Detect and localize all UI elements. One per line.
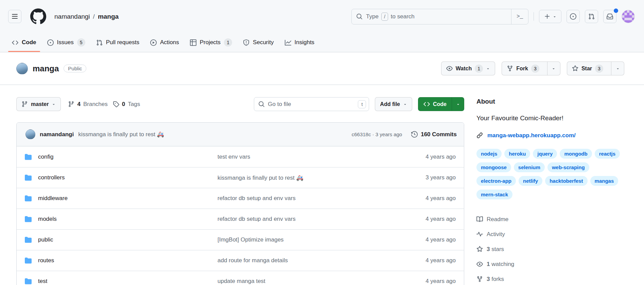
commit-author-link[interactable]: namandangi [40,131,74,138]
global-search-input[interactable]: Type / to search >_ [351,9,528,24]
inbox-icon [607,13,613,20]
topic-tag[interactable]: web-scraping [547,162,589,172]
tab-security[interactable]: Security [239,33,277,52]
file-name-link[interactable]: test [38,278,47,285]
topic-tag[interactable]: mangas [590,176,619,186]
main-content: master 4Branches 0Tags t Add file [0,85,644,285]
code-icon [423,101,430,107]
code-button[interactable]: Code [418,97,464,111]
hamburger-menu-button[interactable] [8,10,21,23]
pull-requests-header-button[interactable] [585,10,598,23]
file-commit-message-link[interactable]: test env vars [217,154,391,160]
fork-dropdown-button[interactable] [547,62,560,75]
file-commit-message-link[interactable]: [ImgBot] Optimize images [217,236,391,243]
command-palette-button[interactable]: >_ [511,9,528,24]
file-row: models refactor db setup and env vars 4 … [17,209,464,229]
topic-tag[interactable]: mongodb [560,149,592,159]
file-commit-message-link[interactable]: kissmanga is finally put to rest 🚑 [217,174,391,181]
breadcrumb-owner-link[interactable]: namandangi [54,13,90,20]
file-name-link[interactable]: middleware [38,195,68,202]
fork-button-main[interactable]: Fork 3 [502,62,544,75]
topic-tag[interactable]: mongoose [476,162,511,172]
tab-actions[interactable]: Actions [146,33,183,52]
slash-key-hint: / [381,13,388,21]
file-row: controllers kissmanga is finally put to … [17,167,464,188]
topic-tag[interactable]: jquery [533,149,557,159]
tab-insights[interactable]: Insights [281,33,318,52]
code-dropdown-button[interactable] [452,97,464,111]
repo-owner-avatar[interactable] [16,63,28,74]
fork-button[interactable]: Fork 3 [502,61,560,75]
activity-link[interactable]: Activity [476,227,624,242]
commit-author-avatar[interactable] [25,129,35,139]
star-dropdown-button[interactable] [611,62,624,75]
topic-tag[interactable]: reactjs [595,149,620,159]
topic-tag[interactable]: selenium [514,162,545,172]
notifications-button[interactable] [603,10,616,23]
search-icon [258,101,265,107]
git-pull-request-icon [96,39,103,46]
chevron-down-icon [403,102,407,106]
commit-sha-time[interactable]: c66318c · 3 years ago [352,131,402,137]
stars-link[interactable]: 3 stars [476,242,624,257]
repo-forked-icon [507,65,513,72]
watching-link[interactable]: 1 watching [476,257,624,272]
file-name-link[interactable]: public [38,236,53,243]
tab-code[interactable]: Code [8,33,40,52]
repo-title[interactable]: manga [33,64,59,73]
tags-link[interactable]: 0Tags [113,101,140,108]
repo-forked-icon [476,276,483,282]
file-row: public [ImgBot] Optimize images 4 years … [17,229,464,250]
file-name-link[interactable]: config [38,154,53,160]
file-commit-message-link[interactable]: add route for manga details [217,257,391,264]
file-row: config test env vars 4 years ago [17,146,464,167]
topic-tag[interactable]: netlify [519,176,542,186]
watch-button[interactable]: Watch 1 [441,61,495,75]
topic-tag[interactable]: heroku [504,149,530,159]
file-age: 4 years ago [398,257,456,264]
branch-selector-button[interactable]: master [16,97,61,111]
forks-link[interactable]: 3 forks [476,272,624,285]
branches-link[interactable]: 4Branches [68,101,107,108]
folder-icon [25,278,32,285]
history-icon [411,131,418,138]
app-header: namandangi / manga Type / to search >_ [0,0,644,33]
topic-tag[interactable]: hacktoberfest [545,176,587,186]
code-button-main[interactable]: Code [418,101,452,107]
file-age: 4 years ago [398,195,456,202]
website-link[interactable]: manga-webapp.herokuapp.com/ [487,132,576,139]
add-file-button[interactable]: Add file [375,97,412,111]
topic-tag[interactable]: nodejs [476,149,502,159]
projects-count-badge: 1 [224,38,232,47]
user-avatar[interactable] [622,10,635,23]
file-name-link[interactable]: controllers [38,174,65,181]
breadcrumb-repo-link[interactable]: manga [98,13,119,20]
header-right-cluster: Type / to search >_ [351,9,635,24]
file-name-link[interactable]: routes [38,257,54,264]
topic-tag[interactable]: mern-stack [476,190,512,199]
topic-tag[interactable]: electron-app [476,176,516,186]
about-heading: About [476,98,624,105]
file-commit-message-link[interactable]: refactor db setup and env vars [217,216,391,222]
go-to-file-input[interactable] [268,101,355,108]
tab-pull-requests[interactable]: Pull requests [92,33,143,52]
star-button-main[interactable]: Star 3 [567,62,608,75]
file-commit-message-link[interactable]: refactor db setup and env vars [217,195,391,202]
file-commit-message-link[interactable]: update manga test [217,278,391,285]
commit-history-link[interactable]: 160 Commits [411,131,457,138]
tab-issues[interactable]: Issues 5 [43,33,89,52]
star-button[interactable]: Star 3 [567,61,624,75]
watch-count-badge: 1 [475,65,483,73]
tab-projects[interactable]: Projects 1 [186,33,236,52]
t-key-hint: t [358,100,366,108]
file-name-link[interactable]: models [38,216,57,222]
github-logo[interactable] [30,8,46,24]
issues-header-button[interactable] [567,10,580,23]
readme-link[interactable]: Readme [476,212,624,227]
commit-message-link[interactable]: kissmanga is finally put to rest 🚑 [78,131,347,138]
search-icon [356,13,363,20]
book-icon [476,216,483,222]
code-icon [12,39,18,46]
pulse-icon [476,231,483,237]
create-new-button[interactable] [539,10,561,23]
